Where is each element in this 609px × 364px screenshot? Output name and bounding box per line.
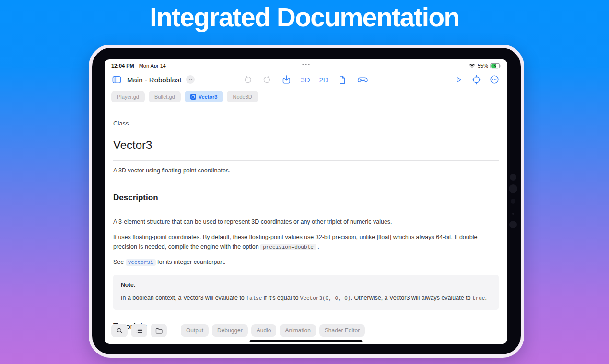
camera-dot xyxy=(509,221,517,228)
note-fragment: . Otherwise, a Vector3 will always evalu… xyxy=(351,295,472,301)
status-time: 12:04 PM xyxy=(111,63,134,68)
tab-label: Bullet.gd xyxy=(154,94,175,100)
project-title[interactable]: Main - Roboblast xyxy=(127,76,181,84)
status-date: Mon Apr 14 xyxy=(139,63,166,68)
doc-kicker: Class xyxy=(113,119,499,128)
files-button[interactable] xyxy=(151,324,167,337)
search-icon xyxy=(116,327,124,335)
status-bar: 12:04 PM Mon Apr 14 55% xyxy=(105,59,507,70)
more-icon[interactable] xyxy=(489,74,500,85)
folder-icon xyxy=(155,327,163,335)
view-2d-button[interactable]: 2D xyxy=(319,76,328,84)
description-heading: Description xyxy=(113,192,499,204)
paragraph-text: See xyxy=(113,259,126,265)
doc-content: Class Vector3 A 3D vector using floating… xyxy=(105,119,507,344)
paragraph-text: for its integer counterpart. xyxy=(156,259,226,265)
class-title: Vector3 xyxy=(113,136,499,154)
battery-charging-icon xyxy=(490,63,502,69)
note-label: Note: xyxy=(121,281,491,290)
divider xyxy=(113,211,499,211)
document-icon[interactable] xyxy=(338,75,348,85)
see-also-line: See Vector3i for its integer counterpart… xyxy=(113,258,499,267)
camera-dot xyxy=(511,199,515,204)
output-panel-button[interactable]: Output xyxy=(181,324,209,337)
camera-dot xyxy=(509,184,517,193)
import-icon[interactable] xyxy=(281,74,292,85)
note-text: In a boolean context, a Vector3 will eva… xyxy=(121,294,491,303)
tab-player-gd[interactable]: Player.gd xyxy=(111,91,145,102)
inline-code: false xyxy=(246,296,262,301)
multitask-dots-icon[interactable] xyxy=(303,64,310,65)
description-paragraph-2: It uses floating-point coordinates. By d… xyxy=(113,233,499,251)
game-controller-icon[interactable] xyxy=(357,74,369,85)
shader-editor-panel-button[interactable]: Shader Editor xyxy=(319,324,365,337)
camera-dot xyxy=(510,174,516,181)
tab-bullet-gd[interactable]: Bullet.gd xyxy=(149,91,181,102)
note-fragment: if it's equal to xyxy=(262,295,300,301)
target-icon[interactable] xyxy=(471,74,482,85)
tab-vector3[interactable]: Vector3 xyxy=(185,91,223,102)
animation-panel-button[interactable]: Animation xyxy=(280,324,316,337)
tab-node3d[interactable]: Node3D xyxy=(227,91,258,102)
tab-label: Player.gd xyxy=(117,94,139,100)
inline-code: Vector3(0, 0, 0) xyxy=(300,296,351,301)
tablet-frame: 12:04 PM Mon Apr 14 55% xyxy=(89,45,524,358)
debugger-panel-button[interactable]: Debugger xyxy=(212,324,248,337)
list-icon xyxy=(135,327,143,335)
battery-percent: 55% xyxy=(478,63,488,68)
description-paragraph-1: A 3-element structure that can be used t… xyxy=(113,217,499,227)
home-indicator[interactable] xyxy=(250,340,363,342)
main-toolbar: Main - Roboblast xyxy=(105,70,507,88)
tab-label: Node3D xyxy=(233,94,252,100)
redo-icon[interactable] xyxy=(262,75,272,85)
wifi-icon xyxy=(468,63,476,68)
camera-dot xyxy=(512,213,514,215)
class-brief: A 3D vector using floating-point coordin… xyxy=(113,166,499,175)
view-3d-button[interactable]: 3D xyxy=(301,76,310,84)
bottom-toolbar: Output Debugger Audio Animation Shader E… xyxy=(111,324,501,337)
search-button[interactable] xyxy=(111,324,128,337)
play-icon[interactable] xyxy=(454,75,464,85)
outline-list-button[interactable] xyxy=(131,324,147,337)
audio-panel-button[interactable]: Audio xyxy=(251,324,277,337)
inline-code: true xyxy=(472,296,485,301)
sidebar-icon[interactable] xyxy=(111,74,122,85)
note-box: Note: In a boolean context, a Vector3 wi… xyxy=(113,275,499,310)
chevron-down-icon[interactable] xyxy=(186,75,195,84)
script-icon xyxy=(190,94,196,100)
divider xyxy=(113,160,499,161)
undo-icon[interactable] xyxy=(243,75,253,85)
note-fragment: . xyxy=(485,295,486,301)
divider-strong xyxy=(113,181,499,181)
page-title: Integrated Documentation xyxy=(0,2,609,33)
app-screen: 12:04 PM Mon Apr 14 55% xyxy=(105,59,507,344)
paragraph-text: . xyxy=(316,243,319,250)
vector3i-code-link[interactable]: Vector3i xyxy=(126,259,156,266)
tab-label: Vector3 xyxy=(199,94,218,100)
inline-code: precision=double xyxy=(260,244,316,250)
open-tabs: Player.gd Bullet.gd Vector3 Node3D xyxy=(105,88,507,103)
note-fragment: In a boolean context, a Vector3 will eva… xyxy=(121,295,246,301)
panel-buttons: Output Debugger Audio Animation Shader E… xyxy=(181,324,365,337)
